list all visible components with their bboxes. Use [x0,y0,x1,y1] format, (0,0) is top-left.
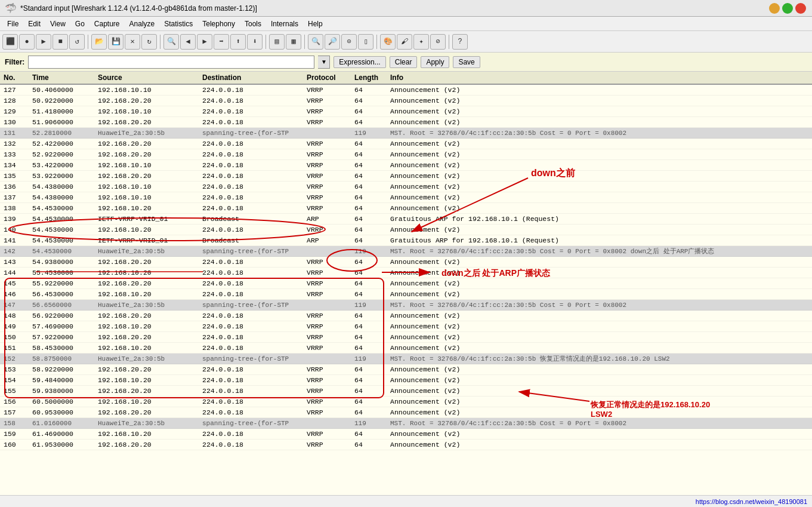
options-btn[interactable]: ▶ [36,34,51,50]
colorize-btn[interactable]: 🎨 [380,34,396,50]
next-btn[interactable]: ▶ [197,34,212,50]
clear-button[interactable]: Clear [390,56,418,68]
menu-go[interactable]: Go [70,19,89,29]
cell-source: 192.168.10.20 [95,344,200,352]
table-row[interactable]: 141 54.4530000 IETF-VRRP-VRID_01 Broadca… [0,235,812,246]
last-btn[interactable]: ⬇ [247,34,263,50]
table-row[interactable]: 132 52.4220000 192.168.20.20 224.0.0.18 … [0,139,812,149]
table-row[interactable]: 135 53.9220000 192.168.20.20 224.0.0.18 … [0,171,812,182]
prev-btn[interactable]: ◀ [180,34,196,50]
resize-columns-btn[interactable]: ▯ [358,34,373,50]
table-row[interactable]: 136 54.4380000 192.168.10.10 224.0.0.18 … [0,182,812,192]
cell-info: Announcement (v2) [388,312,812,319]
table-row[interactable]: 152 58.8750000 HuaweiTe_2a:30:5b spannin… [0,354,812,364]
goto-btn[interactable]: ➡ [214,34,229,50]
expression-button[interactable]: Expression... [334,56,385,68]
menu-view[interactable]: View [45,19,70,29]
menu-internals[interactable]: Internals [266,19,303,29]
mark-packet-btn[interactable]: ✦ [413,34,429,50]
col-time-header: Time [30,73,95,82]
table-row[interactable]: 130 51.9060000 192.168.20.20 224.0.0.18 … [0,117,812,128]
help-toolbar-btn[interactable]: ? [452,34,468,50]
table-row[interactable]: 143 54.9380000 192.168.20.20 224.0.0.18 … [0,257,812,268]
cell-source: 192.168.20.20 [95,172,200,180]
cell-length: 64 [352,86,388,94]
save-button[interactable]: Save [453,56,480,68]
table-row[interactable]: 133 52.9220000 192.168.20.20 224.0.0.18 … [0,149,812,160]
menu-tools[interactable]: Tools [240,19,266,29]
cell-no: 149 [0,322,30,330]
cell-destination: 224.0.0.18 [200,365,304,373]
cell-destination: spanning-tree-(for-STP [200,130,304,137]
cell-destination: spanning-tree-(for-STP [200,420,304,427]
table-row[interactable]: 154 59.4840000 192.168.10.20 224.0.0.18 … [0,375,812,386]
table-row[interactable]: 142 54.4530000 HuaweiTe_2a:30:5b spannin… [0,246,812,257]
table-row[interactable]: 156 60.5000000 192.168.10.20 224.0.0.18 … [0,397,812,407]
close-btn[interactable] [795,3,806,14]
cell-protocol: VRRP [304,97,352,105]
table-row[interactable]: 144 55.4530000 192.168.10.20 224.0.0.18 … [0,268,812,278]
filter-input[interactable] [28,56,314,69]
table-row[interactable]: 145 55.9220000 192.168.20.20 224.0.0.18 … [0,278,812,289]
table-row[interactable]: 140 54.4530000 192.168.10.20 224.0.0.18 … [0,225,812,235]
table-row[interactable]: 155 59.9380000 192.168.20.20 224.0.0.18 … [0,386,812,397]
first-btn[interactable]: ⬆ [230,34,246,50]
zoom-in-btn[interactable]: 🔍 [308,34,323,50]
table-row[interactable]: 149 57.4690000 192.168.10.20 224.0.0.18 … [0,321,812,332]
cell-length: 64 [352,312,388,319]
table-row[interactable]: 147 56.6560000 HuaweiTe_2a:30:5b spannin… [0,300,812,311]
minimize-btn[interactable] [769,3,780,14]
menu-analyze[interactable]: Analyze [125,19,160,29]
table-row[interactable]: 157 60.9530000 192.168.20.20 224.0.0.18 … [0,407,812,418]
cell-source: 192.168.10.10 [95,107,200,115]
close-file-btn[interactable]: ✕ [125,34,140,50]
table-row[interactable]: 129 51.4180000 192.168.10.10 224.0.0.18 … [0,106,812,117]
menu-edit[interactable]: Edit [23,19,45,29]
table-row[interactable]: 160 61.9530000 192.168.20.20 224.0.0.18 … [0,440,812,450]
save-btn[interactable]: 💾 [108,34,124,50]
maximize-btn[interactable] [782,3,793,14]
table-row[interactable]: 127 50.4060000 192.168.10.10 224.0.0.18 … [0,85,812,96]
table-row[interactable]: 134 53.4220000 192.168.10.10 224.0.0.18 … [0,160,812,171]
menu-statistics[interactable]: Statistics [159,19,197,29]
table-row[interactable]: 159 61.4690000 192.168.10.20 224.0.0.18 … [0,429,812,440]
table-row[interactable]: 131 52.2810000 HuaweiTe_2a:30:5b spannin… [0,128,812,139]
menu-help[interactable]: Help [303,19,328,29]
table-row[interactable]: 158 61.0160000 HuaweiTe_2a:30:5b spannin… [0,418,812,429]
find-btn[interactable]: 🔍 [163,34,179,50]
ignore-btn[interactable]: ⊘ [430,34,446,50]
table-row[interactable]: 139 54.4530000 IETF-VRRP-VRID_01 Broadca… [0,214,812,225]
reload-btn[interactable]: ↻ [141,34,157,50]
menu-capture[interactable]: Capture [89,19,125,29]
cell-no: 140 [0,226,30,233]
cell-length: 64 [352,333,388,341]
zoom-normal-btn[interactable]: ⊙ [341,34,357,50]
table-row[interactable]: 128 50.9220000 192.168.20.20 224.0.0.18 … [0,96,812,106]
table-row[interactable]: 148 56.9220000 192.168.20.20 224.0.0.18 … [0,311,812,321]
table-row[interactable]: 146 56.4530000 192.168.10.20 224.0.0.18 … [0,289,812,300]
table-row[interactable]: 137 54.4380000 192.168.10.10 224.0.0.18 … [0,192,812,203]
cell-protocol: VRRP [304,204,352,212]
title-text: *Standard input [Wireshark 1.12.4 (v1.12… [20,4,257,13]
color-rules-btn[interactable]: 🖌 [397,34,412,50]
menu-telephony[interactable]: Telephony [197,19,240,29]
filter-dropdown-btn[interactable]: ▼ [318,56,330,69]
interface-btn[interactable]: ⬛ [2,34,18,50]
restart-btn[interactable]: ↺ [69,34,85,50]
filter-label: Filter: [5,58,24,66]
apply-button[interactable]: Apply [421,56,449,68]
table-row[interactable]: 138 54.4530000 192.168.10.20 224.0.0.18 … [0,203,812,214]
table-row[interactable]: 153 58.9220000 192.168.20.20 224.0.0.18 … [0,364,812,375]
toggle-pane1[interactable]: ▤ [269,34,285,50]
start-capture-btn[interactable]: ● [19,34,35,50]
table-row[interactable]: 150 57.9220000 192.168.20.20 224.0.0.18 … [0,332,812,343]
zoom-out-btn[interactable]: 🔎 [325,34,340,50]
cell-protocol: ARP [304,215,352,223]
menu-file[interactable]: File [2,19,23,29]
cell-no: 131 [0,130,30,137]
cell-source: 192.168.10.20 [95,290,200,298]
open-btn[interactable]: 📂 [91,34,107,50]
toggle-pane2[interactable]: ▦ [286,34,301,50]
table-row[interactable]: 151 58.4530000 192.168.10.20 224.0.0.18 … [0,343,812,354]
stop-capture-btn[interactable]: ■ [53,34,68,50]
